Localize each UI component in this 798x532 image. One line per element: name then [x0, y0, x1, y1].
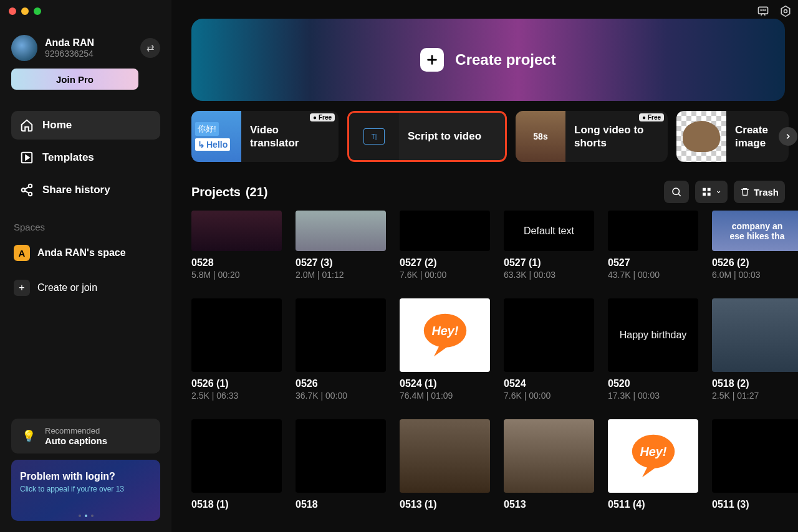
create-project-label: Create project	[455, 51, 555, 69]
maximize-window[interactable]	[34, 7, 41, 15]
project-card[interactable]: 0527 (2)7.6K | 00:00	[400, 211, 490, 280]
project-name: 0526 (2)	[712, 257, 798, 268]
project-meta: 36.7K | 00:00	[296, 391, 386, 401]
nav-home[interactable]: Home	[11, 111, 160, 140]
project-name: 0528	[191, 257, 282, 268]
project-card[interactable]: 05247.6K | 00:00	[504, 298, 594, 401]
project-thumb: Happy birthday	[608, 298, 698, 372]
login-help-card[interactable]: Problem with login? Click to appeal if y…	[11, 460, 160, 521]
avatar	[11, 35, 37, 61]
svg-point-9	[22, 188, 26, 192]
sidebar: Anda RAN 9296336254 ⇄ Join Pro Home Temp…	[0, 0, 171, 532]
project-name: 0513	[504, 499, 594, 510]
project-thumb: Hey!	[608, 419, 698, 493]
svg-point-3	[765, 10, 766, 11]
plus-icon	[420, 48, 444, 72]
feature-script-to-video[interactable]: T| Script to video	[347, 111, 507, 162]
project-card[interactable]: 052636.7K | 00:00	[296, 298, 386, 401]
topbar	[757, 5, 792, 17]
project-card[interactable]: company anese hikes tha0526 (2)6.0M | 00…	[712, 211, 798, 280]
project-thumb	[712, 419, 798, 493]
project-card[interactable]: 0527 (3)2.0M | 01:12	[296, 211, 386, 280]
project-name: 0511 (3)	[712, 499, 798, 510]
project-card[interactable]: Happy birthday052017.3K | 00:03	[608, 298, 698, 401]
project-name: 0527	[608, 257, 698, 268]
feature-next-button[interactable]	[779, 127, 797, 146]
profile-block[interactable]: Anda RAN 9296336254 ⇄	[11, 35, 160, 61]
project-card[interactable]: 05285.8M | 00:20	[191, 211, 282, 280]
project-card[interactable]: 0513	[504, 419, 594, 511]
home-icon	[20, 118, 34, 132]
project-card[interactable]: Default text0527 (1)63.3K | 00:03	[504, 211, 594, 280]
feature-thumb: T|	[349, 113, 399, 160]
feature-thumb	[676, 111, 726, 162]
project-name: 0520	[608, 378, 698, 389]
feature-video-translator[interactable]: 你好! ↳Hello Video translator ● Free	[191, 111, 339, 162]
project-card[interactable]: 0518 (2)2.5K | 01:27	[712, 298, 798, 401]
project-thumb	[504, 419, 594, 493]
svg-marker-4	[781, 6, 789, 17]
project-meta: 63.3K | 00:03	[504, 270, 594, 280]
project-meta: 76.4M | 01:09	[400, 391, 490, 401]
feature-thumb: 你好! ↳Hello	[191, 111, 241, 162]
view-toggle-button[interactable]	[695, 181, 728, 203]
project-thumb: Hey!	[400, 298, 490, 372]
svg-rect-13	[708, 188, 711, 191]
project-name: 0524	[504, 378, 594, 389]
project-meta: 2.5K | 01:27	[712, 391, 798, 401]
project-card[interactable]: 0518	[296, 419, 386, 511]
lightbulb-icon: 💡	[20, 427, 37, 445]
settings-icon[interactable]	[779, 5, 792, 17]
project-card[interactable]: 0526 (1)2.5K | 06:33	[191, 298, 282, 401]
share-icon	[20, 183, 34, 197]
search-button[interactable]	[664, 181, 689, 203]
project-thumb	[296, 211, 386, 251]
projects-header: Projects (21) Trash	[191, 181, 785, 203]
plus-icon: +	[14, 280, 30, 296]
project-thumb	[504, 298, 594, 372]
project-thumb	[400, 419, 490, 493]
svg-text:Hey!: Hey!	[431, 324, 458, 338]
feature-long-to-shorts[interactable]: 58s Long video to shorts ● Free	[516, 111, 668, 162]
project-thumb	[608, 211, 698, 251]
project-name: 0524 (1)	[400, 378, 490, 389]
project-name: 0527 (1)	[504, 257, 594, 268]
recommended-card[interactable]: 💡 Recommended Auto captions	[11, 419, 160, 454]
project-card[interactable]: 0513 (1)	[400, 419, 490, 511]
project-meta: 5.8M | 00:20	[191, 270, 282, 280]
project-thumb: Default text	[504, 211, 594, 251]
project-thumb	[191, 298, 282, 372]
svg-point-11	[673, 188, 680, 195]
feature-create-image[interactable]: Create image	[676, 111, 789, 162]
trash-button[interactable]: Trash	[734, 181, 785, 203]
project-card[interactable]: 052743.7K | 00:00	[608, 211, 698, 280]
main-area: Create project 你好! ↳Hello Video translat…	[171, 0, 798, 532]
project-card[interactable]: Hey!0524 (1)76.4M | 01:09	[400, 298, 490, 401]
project-name: 0511 (4)	[608, 499, 698, 510]
svg-rect-15	[708, 192, 711, 196]
nav-share-label: Share history	[42, 184, 110, 196]
create-project-button[interactable]: Create project	[191, 19, 785, 101]
svg-point-1	[761, 10, 761, 11]
trash-label: Trash	[754, 187, 779, 197]
minimize-window[interactable]	[21, 7, 29, 15]
project-meta: 43.7K | 00:00	[608, 270, 698, 280]
svg-rect-14	[703, 192, 706, 196]
nav-share-history[interactable]: Share history	[11, 176, 160, 204]
svg-text:Hey!: Hey!	[640, 445, 666, 458]
space-item[interactable]: A Anda RAN's space	[11, 239, 160, 267]
chat-icon[interactable]	[757, 5, 769, 17]
svg-point-8	[29, 184, 32, 188]
project-card[interactable]: 0518 (1)	[191, 419, 282, 511]
swap-account-button[interactable]: ⇄	[140, 38, 160, 58]
project-card[interactable]: 0511 (3)	[712, 419, 798, 511]
project-card[interactable]: Hey!0511 (4)	[608, 419, 698, 511]
space-badge: A	[14, 245, 30, 261]
login-sub: Click to appeal if you're over 13	[20, 485, 151, 495]
project-meta: 2.5K | 06:33	[191, 391, 282, 401]
nav-templates[interactable]: Templates	[11, 143, 160, 172]
join-pro-button[interactable]: Join Pro	[11, 69, 138, 90]
login-title: Problem with login?	[20, 471, 151, 482]
close-window[interactable]	[9, 7, 16, 15]
create-join-button[interactable]: + Create or join	[11, 273, 160, 302]
